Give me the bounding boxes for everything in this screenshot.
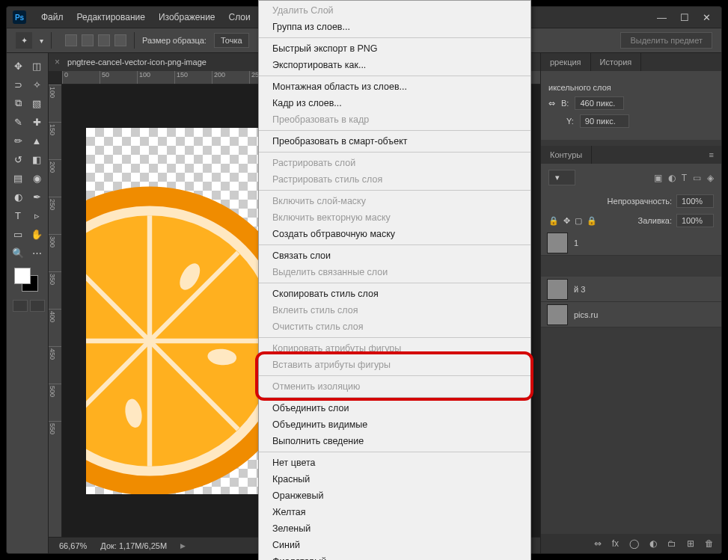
document-tab[interactable]: pngtree-cancel-vector-icon-png-image	[67, 58, 207, 67]
adjustment-icon[interactable]: ◐	[649, 538, 657, 549]
fill-input[interactable]: 100%	[676, 214, 714, 227]
menu-item[interactable]: Синий	[259, 537, 530, 553]
menu-separator	[259, 397, 530, 398]
menu-item[interactable]: Объединить слои	[259, 400, 530, 416]
width-input[interactable]: 460 пикс.	[575, 96, 624, 110]
chevron-down-icon[interactable]: ▾	[40, 37, 43, 45]
brush-tool[interactable]: ✏	[10, 132, 26, 149]
trash-icon[interactable]: 🗑	[705, 538, 714, 549]
lock-icon[interactable]: 🔒	[548, 216, 559, 226]
ruler-vertical: 100150200250300350400450500550	[49, 84, 62, 537]
history-brush-tool[interactable]: ↺	[10, 151, 26, 167]
type-tool[interactable]: T	[10, 207, 26, 224]
panel-menu-icon[interactable]: ≡	[702, 146, 721, 164]
new-layer-icon[interactable]: ⊞	[687, 538, 694, 549]
heal-tool[interactable]: ✚	[28, 114, 45, 130]
filter-shape-icon[interactable]: ▭	[693, 173, 701, 183]
eyedropper-tool[interactable]: ✎	[10, 114, 26, 130]
link-layers-icon[interactable]: ⇔	[594, 538, 602, 549]
filter-adjust-icon[interactable]: ◐	[668, 173, 676, 183]
stamp-tool[interactable]: ▲	[28, 132, 45, 149]
menu-item[interactable]: Выполнить сведение	[259, 433, 530, 449]
menu-item[interactable]: Фиолетовый	[259, 553, 530, 560]
menu-separator	[259, 37, 530, 38]
gradient-tool[interactable]: ▤	[10, 170, 26, 186]
more-tool[interactable]: ⋯	[28, 244, 45, 261]
lock-pos-icon[interactable]: ✥	[563, 216, 570, 226]
menu-layers[interactable]: Слои	[223, 9, 257, 25]
menu-item[interactable]: Красный	[259, 471, 530, 487]
frame-tool[interactable]: ▧	[28, 95, 45, 111]
zoom-level[interactable]: 66,67%	[59, 541, 87, 550]
properties-panel: иксельного слоя ⇔ В: 460 пикс. Y: 90 пик…	[541, 71, 721, 140]
menu-item[interactable]: Зеленый	[259, 520, 530, 537]
blur-tool[interactable]: ◉	[28, 170, 45, 186]
menu-item[interactable]: Экспортировать как...	[259, 57, 530, 73]
minimize-icon[interactable]: —	[657, 12, 667, 23]
mask-icon[interactable]: ◯	[629, 538, 639, 549]
layer-list[interactable]: 1 й 3 pics.ru	[541, 230, 721, 534]
layer-item[interactable]: pics.ru	[541, 302, 721, 327]
panel-tab-history[interactable]: История	[591, 53, 642, 71]
menu-item[interactable]: Скопировать стиль слоя	[259, 286, 530, 302]
zoom-tool[interactable]: 🔍	[10, 244, 26, 261]
layer-item[interactable]: й 3	[541, 277, 721, 302]
folder-icon[interactable]: 🗀	[667, 538, 676, 549]
quickmask-std[interactable]	[13, 300, 28, 312]
chevron-right-icon[interactable]: ▶	[180, 542, 186, 550]
dodge-tool[interactable]: ◐	[10, 188, 26, 205]
fx-icon[interactable]: fx	[612, 538, 619, 549]
hand-tool[interactable]: ✋	[28, 226, 45, 242]
link-icon[interactable]: ⇔	[548, 99, 555, 108]
tab-close-icon[interactable]: ×	[55, 57, 60, 67]
selection-mode-icons[interactable]	[65, 34, 126, 46]
quickmask-mask[interactable]	[30, 300, 45, 312]
menu-image[interactable]: Изображение	[153, 9, 221, 25]
magic-wand-tool[interactable]: ✧	[28, 76, 45, 93]
shape-tool[interactable]: ▭	[10, 226, 26, 242]
panel-tab-paths[interactable]: Контуры	[541, 146, 592, 164]
color-swatches[interactable]	[14, 268, 38, 292]
menu-item: Вставить атрибуты фигуры	[259, 357, 530, 373]
menu-file[interactable]: Файл	[35, 9, 70, 25]
menu-item[interactable]: Связать слои	[259, 247, 530, 264]
path-select-tool[interactable]: ▹	[28, 207, 45, 224]
filter-smart-icon[interactable]: ◈	[707, 173, 714, 183]
menu-item[interactable]: Преобразовать в смарт-объект	[259, 133, 530, 150]
pen-tool[interactable]: ✒	[28, 188, 45, 205]
maximize-icon[interactable]: ☐	[680, 12, 689, 23]
filter-image-icon[interactable]: ▣	[654, 173, 662, 183]
menu-item[interactable]: Группа из слоев...	[259, 19, 530, 35]
lock-all-icon[interactable]: 🔒	[587, 216, 597, 226]
crop-tool[interactable]: ⧉	[10, 95, 26, 111]
y-input[interactable]: 90 пикс.	[580, 114, 629, 128]
panel-tab-correction[interactable]: ррекция	[541, 53, 591, 71]
menu-item[interactable]: Оранжевый	[259, 487, 530, 504]
marquee-tool[interactable]: ◫	[28, 58, 45, 74]
menu-item[interactable]: Быстрый экспорт в PNG	[259, 40, 530, 57]
opacity-input[interactable]: 100%	[676, 194, 714, 208]
layer-item[interactable]: 1	[541, 230, 721, 256]
lock-frame-icon[interactable]: ▢	[575, 216, 582, 226]
doc-size: Док: 1,17M/6,25M	[100, 541, 167, 550]
filter-type-icon[interactable]: T	[682, 173, 687, 183]
eraser-tool[interactable]: ◧	[28, 151, 45, 167]
menu-separator	[259, 76, 530, 76]
sample-size-label: Размер образца:	[142, 36, 207, 45]
fill-label: Заливка:	[638, 216, 672, 225]
menu-edit[interactable]: Редактирование	[71, 9, 151, 25]
lasso-tool[interactable]: ⊃	[10, 76, 26, 93]
menu-item[interactable]: Монтажная область из слоев...	[259, 79, 530, 95]
menu-item[interactable]: Желтая	[259, 504, 530, 520]
layer-context-menu[interactable]: Удалить СлойГруппа из слоев...Быстрый эк…	[258, 0, 531, 560]
menu-item[interactable]: Нет цвета	[259, 455, 530, 471]
menu-item[interactable]: Кадр из слоев...	[259, 95, 530, 111]
sample-size-select[interactable]: Точка	[214, 33, 249, 48]
menu-item: Растрировать стиль слоя	[259, 171, 530, 188]
move-tool[interactable]: ✥	[10, 58, 26, 74]
menu-item[interactable]: Объединить видимые	[259, 416, 530, 433]
close-icon[interactable]: ✕	[703, 12, 711, 23]
menu-item[interactable]: Создать обтравочную маску	[259, 226, 530, 242]
select-subject-button[interactable]: Выделить предмет	[620, 32, 712, 49]
layer-kind-select[interactable]: ▾	[548, 170, 575, 185]
